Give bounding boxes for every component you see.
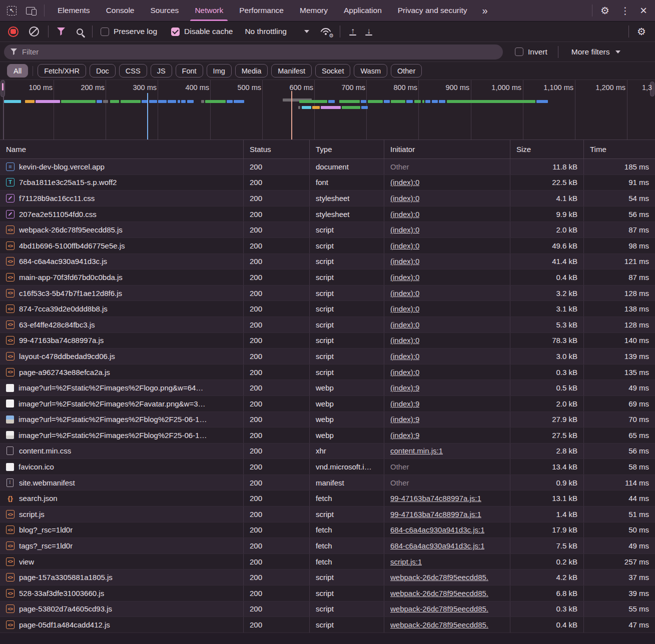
search-icon[interactable] <box>77 28 83 35</box>
table-row[interactable]: content.min.css200xhrcontent.min.js:12.8… <box>0 444 655 460</box>
network-overview-timeline[interactable]: 100 ms200 ms300 ms400 ms500 ms600 ms700 … <box>0 80 655 140</box>
table-row[interactable]: main-app-70f3fd67bd0c0bda.js200script(in… <box>0 270 655 286</box>
column-header-name[interactable]: Name <box>0 140 244 158</box>
initiator-link[interactable]: (index):0 <box>390 352 419 360</box>
table-row[interactable]: page-a962743e88efca2a.js200script(index)… <box>0 364 655 380</box>
tab-privacy-and-security[interactable]: Privacy and security <box>390 0 475 21</box>
network-settings-gear-icon[interactable]: ⚙ <box>637 26 646 38</box>
cell-name[interactable]: page-157a3305881a1805.js <box>0 570 244 585</box>
table-row[interactable]: 4bd1b696-5100ffb4d6775e5e.js200script(in… <box>0 238 655 254</box>
table-row[interactable]: page-53802d7a4605cd93.js200scriptwebpack… <box>0 602 655 618</box>
cell-name[interactable]: favicon.ico <box>0 459 244 474</box>
initiator-link[interactable]: (index):9 <box>390 400 419 408</box>
tab-performance[interactable]: Performance <box>231 0 292 21</box>
table-row[interactable]: tags?_rsc=1ld0r200fetch684-c6a4ac930a941… <box>0 538 655 554</box>
tab-sources[interactable]: Sources <box>143 0 187 21</box>
cell-name[interactable]: content.min.css <box>0 444 244 459</box>
more-options-icon[interactable]: ⋮ <box>620 5 630 16</box>
initiator-link[interactable]: (index):0 <box>390 289 419 298</box>
import-har-icon[interactable]: ↑ <box>349 28 356 36</box>
cell-name[interactable]: layout-c478ddbedad9cd06.js <box>0 348 244 364</box>
initiator-link[interactable]: (index):0 <box>390 194 419 202</box>
cell-name[interactable]: search.json <box>0 490 244 506</box>
cell-name[interactable]: page-a962743e88efca2a.js <box>0 364 244 380</box>
initiator-link[interactable]: webpack-26dc78f95eecdd85. <box>390 604 488 613</box>
table-row[interactable]: c16f53c3-5b47b7f1ae12d8f6.js200script(in… <box>0 286 655 302</box>
settings-gear-icon[interactable]: ⚙ <box>600 4 609 16</box>
cell-name[interactable]: 7cba1811e3c25a15-s.p.woff2 <box>0 175 244 190</box>
tab-console[interactable]: Console <box>98 0 143 21</box>
table-row[interactable]: image?url=%2Fstatic%2Fimages%2Flogo.png&… <box>0 380 655 396</box>
filter-toggle-icon[interactable] <box>57 28 65 36</box>
initiator-link[interactable]: 684-c6a4ac930a941d3c.js:1 <box>390 526 484 534</box>
initiator-link[interactable]: script.js:1 <box>390 558 422 566</box>
cell-name[interactable]: image?url=%2Fstatic%2Fimages%2Favatar.pn… <box>0 396 244 412</box>
table-row[interactable]: blog?_rsc=1ld0r200fetch684-c6a4ac930a941… <box>0 522 655 538</box>
table-row[interactable]: page-05df1a484cadd412.js200scriptwebpack… <box>0 617 655 633</box>
cell-name[interactable]: view <box>0 554 244 570</box>
initiator-link[interactable]: (index):0 <box>390 257 419 266</box>
more-tabs-icon[interactable]: » <box>478 5 491 16</box>
filter-chip-wasm[interactable]: Wasm <box>354 64 387 78</box>
filter-chip-all[interactable]: All <box>7 64 28 78</box>
initiator-link[interactable]: content.min.js:1 <box>390 446 443 455</box>
filter-chip-js[interactable]: JS <box>151 64 172 78</box>
filter-chip-font[interactable]: Font <box>176 64 203 78</box>
initiator-link[interactable]: (index):0 <box>390 226 419 234</box>
initiator-link[interactable]: (index):0 <box>390 273 419 282</box>
table-row[interactable]: 63-ef4ffe428c84fbc3.js200script(index):0… <box>0 317 655 333</box>
filter-chip-manifest[interactable]: Manifest <box>271 64 312 78</box>
cell-name[interactable]: image?url=%2Fstatic%2Fimages%2Flogo.png&… <box>0 380 244 396</box>
disable-cache-checkbox[interactable] <box>171 28 180 36</box>
cell-name[interactable]: c16f53c3-5b47b7f1ae12d8f6.js <box>0 286 244 301</box>
table-row[interactable]: image?url=%2Fstatic%2Fimages%2Fblog%2F25… <box>0 428 655 444</box>
close-icon[interactable]: × <box>640 4 647 16</box>
cell-name[interactable]: webpack-26dc78f95eecdd85.js <box>0 222 244 238</box>
cell-name[interactable]: image?url=%2Fstatic%2Fimages%2Fblog%2F25… <box>0 412 244 428</box>
cell-name[interactable]: script.js <box>0 506 244 522</box>
export-har-icon[interactable]: ↓ <box>365 28 372 36</box>
initiator-link[interactable]: (index):0 <box>390 210 419 218</box>
table-row[interactable]: 528-33af3dfe31003660.js200scriptwebpack-… <box>0 586 655 602</box>
table-row[interactable]: 99-47163ba74c88997a.js200script(index):0… <box>0 333 655 349</box>
table-row[interactable]: script.js200script99-47163ba74c88997a.js… <box>0 506 655 522</box>
tab-application[interactable]: Application <box>336 0 390 21</box>
table-row[interactable]: 207ea2e511054fd0.css200stylesheet(index)… <box>0 206 655 222</box>
column-header-size[interactable]: Size <box>510 140 584 158</box>
cell-name[interactable]: 99-47163ba74c88997a.js <box>0 333 244 348</box>
filter-field[interactable] <box>4 44 503 60</box>
cell-name[interactable]: tags?_rsc=1ld0r <box>0 538 244 554</box>
throttling-select[interactable]: No throttling <box>245 27 309 36</box>
table-row[interactable]: favicon.ico200vnd.microsoft.i…Other13.4 … <box>0 459 655 475</box>
cell-name[interactable]: image?url=%2Fstatic%2Fimages%2Fblog%2F25… <box>0 428 244 443</box>
cell-name[interactable]: 528-33af3dfe31003660.js <box>0 586 244 601</box>
column-header-type[interactable]: Type <box>310 140 384 158</box>
filter-chip-doc[interactable]: Doc <box>90 64 116 78</box>
initiator-link[interactable]: (index):9 <box>390 431 419 440</box>
cell-name[interactable]: kevin-dev-blog.vercel.app <box>0 159 244 174</box>
filter-chip-fetch-xhr[interactable]: Fetch/XHR <box>38 64 86 78</box>
cell-name[interactable]: 4bd1b696-5100ffb4d6775e5e.js <box>0 238 244 254</box>
table-row[interactable]: 684-c6a4ac930a941d3c.js200script(index):… <box>0 254 655 270</box>
preserve-log-checkbox[interactable] <box>101 28 109 36</box>
column-header-initiator[interactable]: Initiator <box>384 140 510 158</box>
initiator-link[interactable]: (index):0 <box>390 368 419 376</box>
initiator-link[interactable]: (index):0 <box>390 320 419 329</box>
inspect-element-icon[interactable]: ↖ <box>7 6 17 16</box>
table-row[interactable]: page-157a3305881a1805.js200scriptwebpack… <box>0 570 655 586</box>
tab-network[interactable]: Network <box>187 0 231 21</box>
filter-chip-media[interactable]: Media <box>235 64 268 78</box>
initiator-link[interactable]: (index):9 <box>390 384 419 392</box>
table-row[interactable]: webpack-26dc78f95eecdd85.js200script(ind… <box>0 222 655 238</box>
cell-name[interactable]: main-app-70f3fd67bd0c0bda.js <box>0 270 244 285</box>
initiator-link[interactable]: 684-c6a4ac930a941d3c.js:1 <box>390 542 484 550</box>
cell-name[interactable]: 63-ef4ffe428c84fbc3.js <box>0 317 244 332</box>
network-conditions-icon[interactable]: ⚙ <box>319 26 332 37</box>
initiator-link[interactable]: webpack-26dc78f95eecdd85. <box>390 573 488 582</box>
filter-chip-socket[interactable]: Socket <box>315 64 350 78</box>
table-row[interactable]: kevin-dev-blog.vercel.app200documentOthe… <box>0 159 655 175</box>
initiator-link[interactable]: 99-47163ba74c88997a.js:1 <box>390 510 481 518</box>
table-row[interactable]: search.json200fetch99-47163ba74c88997a.j… <box>0 490 655 506</box>
table-row[interactable]: 874-7cca39d2e0ddd8b8.js200script(index):… <box>0 301 655 317</box>
cell-name[interactable]: blog?_rsc=1ld0r <box>0 522 244 538</box>
